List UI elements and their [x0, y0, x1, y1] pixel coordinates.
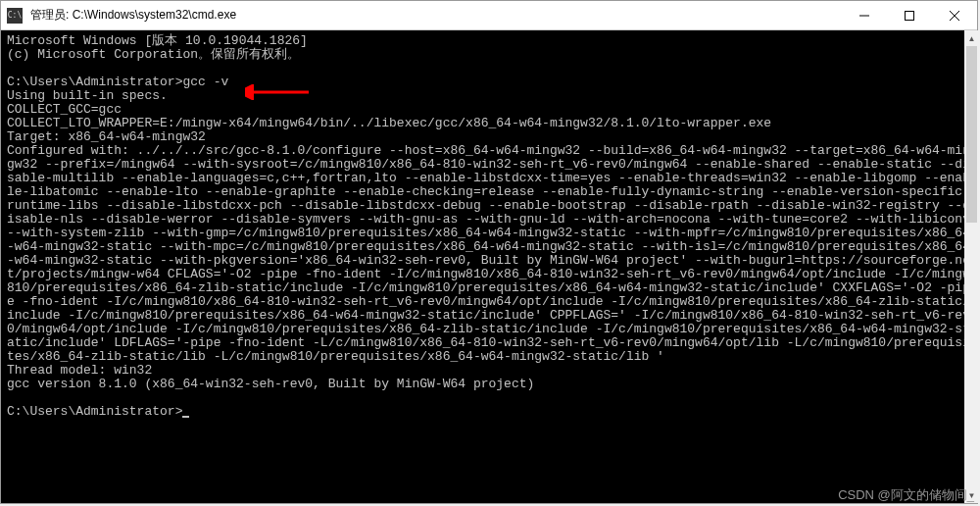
watermark-text: CSDN @阿文的储物间_: [838, 486, 974, 504]
prompt: C:\Users\Administrator>: [7, 404, 182, 419]
window-title: 管理员: C:\Windows\system32\cmd.exe: [28, 7, 842, 24]
copyright-line: (c) Microsoft Corporation。保留所有权利。: [7, 47, 300, 62]
titlebar[interactable]: C:\ 管理员: C:\Windows\system32\cmd.exe: [1, 1, 977, 30]
scroll-thumb[interactable]: [966, 46, 977, 223]
output-line: COLLECT_GCC=gcc: [7, 102, 122, 117]
chevron-up-icon: ▲: [968, 34, 976, 43]
svg-rect-1: [906, 11, 914, 20]
cursor-icon: [182, 416, 189, 418]
minimize-icon: [859, 11, 869, 21]
version-line: Microsoft Windows [版本 10.0.19044.1826]: [7, 33, 308, 48]
output-line: gcc version 8.1.0 (x86_64-win32-seh-rev0…: [7, 377, 534, 391]
maximize-button[interactable]: [887, 1, 932, 29]
maximize-icon: [905, 11, 914, 21]
prompt: C:\Users\Administrator>: [7, 75, 182, 89]
output-line: Thread model: win32: [7, 363, 152, 378]
cmd-window: C:\ 管理员: C:\Windows\system32\cmd.exe Mic…: [0, 0, 978, 504]
command-input: gcc -v: [182, 75, 228, 89]
vertical-scrollbar[interactable]: ▲ ▼: [964, 30, 979, 503]
output-line: Using built-in specs.: [7, 88, 168, 103]
window-controls: [842, 1, 977, 29]
app-icon: C:\: [7, 8, 23, 24]
close-button[interactable]: [932, 1, 977, 29]
scroll-track[interactable]: [964, 46, 979, 487]
scroll-up-button[interactable]: ▲: [964, 30, 979, 46]
output-line: Configured with: ../../../src/gcc-8.1.0/…: [7, 143, 977, 364]
app-icon-label: C:\: [8, 11, 22, 20]
close-icon: [950, 11, 959, 21]
terminal-output[interactable]: Microsoft Windows [版本 10.0.19044.1826] (…: [1, 30, 977, 503]
output-line: COLLECT_LTO_WRAPPER=E:/mingw-x64/mingw64…: [7, 116, 771, 130]
output-line: Target: x86_64-w64-mingw32: [7, 129, 206, 144]
minimize-button[interactable]: [842, 1, 887, 29]
